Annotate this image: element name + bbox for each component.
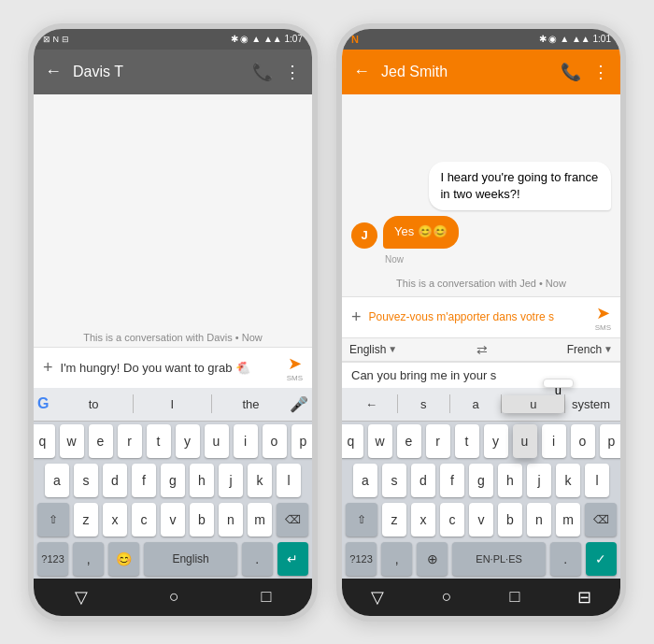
key2-d[interactable]: d xyxy=(411,464,435,497)
key2-m[interactable]: m xyxy=(556,503,580,537)
key-b[interactable]: b xyxy=(190,503,214,537)
key-v[interactable]: v xyxy=(161,503,185,537)
nav-back-2[interactable]: ▽ xyxy=(371,587,384,608)
lang-from-selector[interactable]: English ▼ xyxy=(349,343,397,356)
attach-button-1[interactable]: + xyxy=(43,358,53,378)
key2-t[interactable]: t xyxy=(455,424,479,458)
key-e[interactable]: e xyxy=(89,424,113,458)
sugg-s[interactable]: s xyxy=(398,397,449,411)
send-button-2[interactable]: ➤ SMS xyxy=(595,303,611,332)
key-f[interactable]: f xyxy=(132,464,156,497)
key-x[interactable]: x xyxy=(103,503,127,537)
translated-text: Pouvez-vous m'apporter dans votre s xyxy=(369,310,588,323)
key2-h[interactable]: h xyxy=(498,464,522,497)
key-q[interactable]: q xyxy=(31,424,55,458)
key2-r[interactable]: r xyxy=(426,424,450,458)
key-o[interactable]: o xyxy=(263,424,287,458)
key2-o[interactable]: o xyxy=(571,424,595,458)
key-k[interactable]: k xyxy=(248,464,272,497)
key2-globe[interactable]: ⊕ xyxy=(417,542,448,576)
key2-q[interactable]: q xyxy=(339,424,363,458)
key-backspace[interactable]: ⌫ xyxy=(277,503,308,537)
key2-w[interactable]: w xyxy=(368,424,392,458)
nav-keyboard-2[interactable]: ⊟ xyxy=(577,587,591,608)
sugg-system[interactable]: system xyxy=(565,397,617,411)
key2-e[interactable]: e xyxy=(397,424,421,458)
key2-j[interactable]: j xyxy=(527,464,551,497)
key-c[interactable]: c xyxy=(132,503,156,537)
key-comma[interactable]: , xyxy=(73,542,104,576)
key-n[interactable]: n xyxy=(219,503,243,537)
phone-icon-2[interactable]: 📞 xyxy=(561,62,581,82)
key2-confirm[interactable]: ✓ xyxy=(586,542,617,576)
back-button[interactable]: ← xyxy=(45,62,62,81)
mic-icon[interactable]: 🎤 xyxy=(290,395,308,413)
nav-back-1[interactable]: ▽ xyxy=(75,587,88,608)
key2-g[interactable]: g xyxy=(469,464,493,497)
key-p[interactable]: p xyxy=(291,424,316,458)
key-g[interactable]: g xyxy=(161,464,185,497)
attach-button-2[interactable]: + xyxy=(351,308,362,327)
key-i[interactable]: i xyxy=(234,424,258,458)
key-h[interactable]: h xyxy=(190,464,214,497)
key-d[interactable]: d xyxy=(103,464,127,497)
key2-c[interactable]: c xyxy=(440,503,464,537)
key2-b[interactable]: b xyxy=(498,503,522,537)
key2-n[interactable]: n xyxy=(527,503,551,537)
key2-num[interactable]: ?123 xyxy=(346,542,377,576)
key-m[interactable]: m xyxy=(248,503,272,537)
key2-f[interactable]: f xyxy=(440,464,464,497)
nav-recent-1[interactable]: □ xyxy=(261,587,271,607)
key2-z[interactable]: z xyxy=(382,503,406,537)
key2-comma[interactable]: , xyxy=(381,542,412,576)
key-z[interactable]: z xyxy=(74,503,98,537)
key2-l[interactable]: l xyxy=(585,464,609,497)
suggestion-to[interactable]: to xyxy=(54,397,132,411)
key-num[interactable]: ?123 xyxy=(37,542,68,576)
key2-shift[interactable]: ⇧ xyxy=(346,503,377,537)
key-w[interactable]: w xyxy=(60,424,84,458)
key2-k[interactable]: k xyxy=(556,464,580,497)
send-button-1[interactable]: ➤ SMS xyxy=(287,353,303,382)
key-y[interactable]: y xyxy=(176,424,200,458)
key-l[interactable]: l xyxy=(277,464,301,497)
nav-recent-2[interactable]: □ xyxy=(509,587,519,607)
key-s[interactable]: s xyxy=(74,464,98,497)
key-t[interactable]: t xyxy=(147,424,171,458)
sugg-a[interactable]: a xyxy=(450,397,502,411)
autocomplete-popup[interactable]: u xyxy=(543,379,574,388)
key2-u[interactable]: u xyxy=(513,424,537,458)
suggestion-i[interactable]: I xyxy=(134,397,211,411)
key2-i[interactable]: i xyxy=(542,424,566,458)
more-icon-1[interactable]: ⋮ xyxy=(284,62,301,82)
lang-to-selector[interactable]: French ▼ xyxy=(567,343,613,356)
key-a[interactable]: a xyxy=(45,464,69,497)
key2-lang[interactable]: EN·PL·ES xyxy=(452,542,545,576)
more-icon-2[interactable]: ⋮ xyxy=(592,62,609,82)
key2-p[interactable]: p xyxy=(600,424,624,458)
nav-home-2[interactable]: ○ xyxy=(442,587,452,607)
key-period[interactable]: . xyxy=(242,542,273,576)
key-lang[interactable]: English xyxy=(144,542,236,576)
nav-home-1[interactable]: ○ xyxy=(169,587,179,607)
key-j[interactable]: j xyxy=(219,464,243,497)
back-button-2[interactable]: ← xyxy=(353,62,370,81)
key2-y[interactable]: y xyxy=(484,424,508,458)
message-input-1[interactable]: I'm hungry! Do you want to grab 🐔 xyxy=(61,361,279,375)
key2-v[interactable]: v xyxy=(469,503,493,537)
key-shift[interactable]: ⇧ xyxy=(37,503,69,537)
sugg-back[interactable]: ← xyxy=(346,397,397,411)
key2-period[interactable]: . xyxy=(550,542,581,576)
key-r[interactable]: r xyxy=(118,424,142,458)
suggestion-the[interactable]: the xyxy=(212,397,290,411)
sugg-u[interactable]: u xyxy=(502,395,564,413)
phone-icon-1[interactable]: 📞 xyxy=(252,62,273,82)
key-u[interactable]: u xyxy=(205,424,229,458)
key2-x[interactable]: x xyxy=(411,503,435,537)
key2-backspace[interactable]: ⌫ xyxy=(585,503,617,537)
key-enter[interactable]: ↵ xyxy=(277,542,308,576)
key-emoji[interactable]: 😊 xyxy=(108,542,139,576)
key2-a[interactable]: a xyxy=(353,464,377,497)
key2-s[interactable]: s xyxy=(382,464,406,497)
swap-lang-icon[interactable]: ⇄ xyxy=(476,342,488,357)
